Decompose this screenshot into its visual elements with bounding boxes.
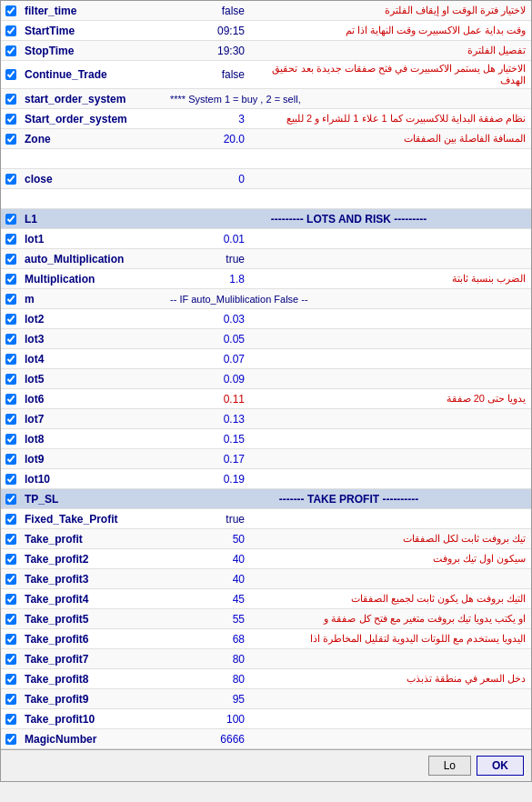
row-name: close [21,171,166,187]
row-checkbox[interactable] [5,434,16,445]
row-checkbox-col [1,674,21,685]
table-row: start_order_system**** System 1 = buy , … [1,89,531,109]
row-value: 0.01 [166,231,248,247]
row-comment [248,457,531,461]
row-checkbox[interactable] [5,414,16,425]
row-checkbox[interactable] [5,534,16,545]
row-checkbox[interactable] [5,374,16,385]
table-row: Fixed_Take_Profittrue [1,509,531,529]
row-value: 0.07 [166,351,248,367]
row-checkbox[interactable] [5,634,16,645]
row-value: true [166,251,248,267]
table-row: Take_profit780 [1,649,531,669]
row-comment: يدويا حتى 20 صفقة [248,391,531,406]
row-checkbox[interactable] [5,694,16,705]
row-comment [248,417,531,421]
row-checkbox[interactable] [5,574,16,585]
row-checkbox-col [1,434,21,445]
row-checkbox[interactable] [5,354,16,365]
row-comment [248,717,531,721]
row-checkbox[interactable] [5,274,16,285]
row-checkbox[interactable] [5,614,16,625]
row-comment [248,337,531,341]
row-checkbox-col [1,514,21,525]
row-checkbox[interactable] [5,94,16,105]
row-checkbox-col [1,634,21,645]
row-checkbox[interactable] [5,654,16,665]
row-value: 80 [166,671,248,687]
row-checkbox[interactable] [5,174,16,185]
table-row: Take_profit50تيك بروفت ثابت لكل الصفقات [1,529,531,549]
table-row: Take_profit668اليدويا يستخدم مع اللوتات … [1,629,531,649]
table-row: Start_order_system3نظام صفقة البداية للا… [1,109,531,129]
row-name [21,197,166,201]
row-value: true [166,511,248,527]
row-checkbox[interactable] [5,454,16,465]
settings-table: filter_timefalseلاختيار فترة الوقت او إي… [1,1,531,749]
row-checkbox[interactable] [5,494,16,505]
row-checkbox[interactable] [5,554,16,565]
row-name: lot4 [21,351,166,367]
row-name: auto_Multiplication [21,251,166,267]
row-checkbox[interactable] [5,134,16,145]
row-value: 6666 [166,731,248,747]
row-value: 40 [166,571,248,587]
row-checkbox[interactable] [5,69,16,80]
row-comment [248,517,531,521]
row-checkbox[interactable] [5,334,16,345]
row-name: Fixed_Take_Profit [21,511,166,527]
row-comment: وقت بداية عمل الاكسبيرت وقت النهاية اذا … [248,23,531,38]
row-checkbox[interactable] [5,714,16,725]
row-checkbox-col [1,94,21,105]
row-comment: الضرب بنسبة ثابتة [248,271,531,286]
lo-button[interactable]: Lo [428,756,471,776]
row-name: Take_profit8 [21,671,166,687]
row-value: 80 [166,651,248,667]
row-checkbox[interactable] [5,45,16,56]
row-comment [248,357,531,361]
table-row: lot30.05 [1,329,531,349]
row-comment: او يكتب يدويا تيك بروفت متغير مع فتح كل … [248,611,531,627]
row-checkbox[interactable] [5,254,16,265]
row-checkbox[interactable] [5,314,16,325]
row-value: 3 [166,111,248,127]
table-row: Take_profit340 [1,569,531,589]
row-value: false [166,3,248,19]
row-checkbox[interactable] [5,674,16,685]
row-value: 68 [166,631,248,647]
row-comment: المسافة الفاصلة بين الصفقات [248,131,531,146]
table-row: lot70.13 [1,409,531,429]
row-checkbox[interactable] [5,234,16,245]
row-comment [248,577,531,581]
row-checkbox[interactable] [5,514,16,525]
row-checkbox[interactable] [5,5,16,16]
row-checkbox-col [1,214,21,225]
row-checkbox-col [1,274,21,285]
row-checkbox[interactable] [5,294,16,305]
row-checkbox[interactable] [5,25,16,36]
row-value: 0 [166,171,248,187]
row-comment: تفصيل الفلترة [248,43,531,58]
row-checkbox[interactable] [5,394,16,405]
row-comment [248,477,531,481]
row-comment [366,297,531,301]
table-row: MagicNumber6666 [1,729,531,749]
ok-button[interactable]: OK [477,756,524,776]
row-checkbox[interactable] [5,474,16,485]
table-row: Take_profit10100 [1,709,531,729]
row-checkbox-col [1,554,21,565]
row-comment: اليدويا يستخدم مع اللوتات اليدوية لتقليل… [248,631,531,647]
row-name: StartTime [21,23,166,39]
row-value: 09:15 [166,23,248,39]
row-checkbox[interactable] [5,594,16,605]
table-row: auto_Multiplicationtrue [1,249,531,269]
row-checkbox[interactable] [5,114,16,125]
row-value: 0.13 [166,411,248,427]
row-comment: لاختيار فترة الوقت او إيقاف الفلترة [248,3,531,18]
table-row [1,189,531,209]
row-checkbox[interactable] [5,214,16,225]
row-value: 100 [166,711,248,727]
row-checkbox-col [1,254,21,265]
row-checkbox[interactable] [5,734,16,745]
row-name: lot3 [21,331,166,347]
